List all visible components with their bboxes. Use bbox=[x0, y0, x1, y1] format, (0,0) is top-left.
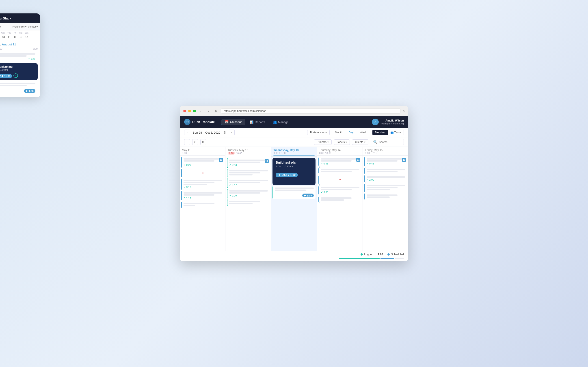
day-view-button[interactable]: Day bbox=[346, 130, 356, 135]
app-logo-text: Rush Translate bbox=[192, 120, 215, 124]
mobile-logo-text: HourStack bbox=[0, 17, 11, 20]
member-tab-button[interactable]: Member bbox=[372, 130, 388, 135]
add-entry-button[interactable]: + bbox=[184, 139, 190, 145]
mobile-day-fri[interactable]: Fri 15 bbox=[13, 32, 17, 39]
day-label-fri: Fri bbox=[14, 32, 16, 34]
timer-current: 0:57 bbox=[282, 174, 287, 176]
nav-tab-reports[interactable]: 📊 Reports bbox=[246, 119, 269, 125]
placeholder-bar bbox=[321, 158, 359, 159]
remaining-progress bbox=[395, 258, 404, 259]
placeholder-bar bbox=[183, 192, 222, 193]
stat-row: ▶ 1:00 bbox=[275, 192, 313, 197]
month-view-button[interactable]: Month bbox=[332, 130, 345, 135]
event-card[interactable]: 11 ✔ 0:43 bbox=[227, 158, 269, 168]
event-card[interactable] bbox=[364, 193, 407, 200]
event-card[interactable]: ✔ 3:17 bbox=[181, 178, 224, 190]
url-bar[interactable]: https://app.hourstack.com/calendar bbox=[221, 108, 400, 114]
grid-view-button[interactable]: ⊞ bbox=[200, 139, 206, 145]
browser-forward-btn[interactable]: › bbox=[206, 108, 211, 114]
next-week-button[interactable]: › bbox=[229, 130, 235, 135]
nav-tab-calendar[interactable]: 📅 Calendar bbox=[221, 119, 245, 125]
event-card[interactable] bbox=[319, 167, 361, 174]
event-card-highlight[interactable]: Build test plan 9:00 – 10:30am ⏸ 0:57 / … bbox=[272, 158, 315, 185]
mobile-date-header: Monday, August 11 bbox=[0, 41, 40, 47]
calendar-picker-icon[interactable]: 🗓 bbox=[223, 131, 226, 134]
placeholder-bar bbox=[367, 187, 398, 188]
labels-filter-button[interactable]: Labels ▾ bbox=[334, 139, 350, 145]
legend-time: 2:00 bbox=[378, 253, 383, 256]
preferences-button[interactable]: Preferences ▾ bbox=[307, 130, 330, 135]
col-tuesday-time-limit: 8:00 bbox=[237, 152, 242, 155]
mobile-event-card-3[interactable]: ▶ 1:00 bbox=[0, 81, 38, 95]
mobile-event-card-1[interactable]: ✔ 1:43 bbox=[0, 51, 38, 62]
mobile-check-badge[interactable]: ✓ bbox=[13, 73, 18, 78]
event-card[interactable]: 11 ✔ 0:45 bbox=[364, 157, 407, 167]
col-tuesday: Tuesday, May 12 8:16 / 8:00 11 ✔ 0:43 bbox=[225, 147, 271, 251]
placeholder-bar bbox=[321, 187, 359, 188]
event-card[interactable]: ✔ 3:17 bbox=[227, 178, 269, 188]
browser-close-icon[interactable]: × bbox=[403, 109, 405, 113]
mobile-card: ☰ HourStack 📅 Today Preferences ▾ Member… bbox=[0, 13, 40, 97]
event-card[interactable]: 11 ✔ 0:29 bbox=[181, 157, 224, 168]
mobile-preferences-button[interactable]: Preferences ▾ bbox=[13, 25, 26, 28]
timer-button[interactable]: ⏱ bbox=[192, 139, 198, 145]
placeholder-bar bbox=[367, 185, 405, 186]
placeholder-bar bbox=[229, 190, 268, 192]
col-monday-stats: 8:00 bbox=[182, 152, 223, 154]
nav-tab-manage[interactable]: 👥 Manage bbox=[269, 119, 292, 125]
stat-badge: ✔ 1:20 bbox=[229, 194, 237, 197]
progress-bars bbox=[339, 258, 404, 259]
event-card[interactable]: 11 ✔ 0:45 bbox=[319, 157, 361, 167]
timer-badge-small[interactable]: ▶ 1:00 bbox=[302, 193, 314, 197]
mobile-timer-badge-small[interactable]: ▶ 1:00 bbox=[24, 89, 35, 93]
event-card[interactable] bbox=[364, 184, 407, 192]
col-monday-body: 11 ✔ 0:29 ✦ ✔ 3:17 ✔ 4:43 bbox=[180, 156, 225, 250]
week-view-button[interactable]: Week bbox=[357, 130, 369, 135]
event-card[interactable] bbox=[319, 196, 361, 203]
event-card[interactable] bbox=[181, 201, 224, 208]
mobile-member-button[interactable]: Member ▾ bbox=[28, 25, 38, 28]
event-card[interactable]: ✔ 3:30 bbox=[319, 185, 361, 195]
browser-refresh-btn[interactable]: ↻ bbox=[213, 108, 219, 114]
event-card[interactable]: ✔ 4:43 bbox=[181, 191, 224, 200]
projects-label: Projects bbox=[317, 141, 327, 144]
event-card[interactable]: ▶ 1:00 bbox=[272, 186, 315, 199]
event-card[interactable]: ✔ 1:20 bbox=[227, 189, 269, 199]
search-input[interactable] bbox=[379, 141, 401, 144]
col-wednesday-stats: 0:00 / 6:30 bbox=[273, 152, 314, 154]
browser-min-btn[interactable] bbox=[188, 110, 191, 112]
browser-back-btn[interactable]: ‹ bbox=[198, 108, 203, 114]
event-card[interactable]: ✦ bbox=[181, 169, 224, 177]
mobile-date-month: Monday bbox=[0, 43, 0, 46]
browser-window: ‹ › ↻ https://app.hourstack.com/calendar… bbox=[180, 106, 408, 261]
search-box[interactable]: 🔍 bbox=[371, 139, 404, 145]
mobile-event-card-2[interactable]: Project planning 10:00 - 11:00am ⏸ 00:14… bbox=[0, 63, 38, 80]
day-label-wed: Wed bbox=[1, 32, 5, 34]
projects-filter-button[interactable]: Projects ▾ bbox=[314, 139, 332, 145]
mobile-day-sat[interactable]: Sat 16 bbox=[18, 32, 23, 39]
placeholder-bar bbox=[367, 194, 398, 196]
placeholder-bar bbox=[183, 182, 215, 183]
event-card[interactable] bbox=[227, 169, 269, 177]
view-tabs: Month Day Week bbox=[332, 130, 370, 135]
event-card[interactable] bbox=[364, 167, 407, 174]
scheduled-legend: Scheduled bbox=[388, 253, 404, 256]
mobile-day-wed[interactable]: Wed 13 bbox=[1, 32, 6, 39]
mobile-day-thu[interactable]: Thu 14 bbox=[7, 32, 12, 39]
event-card[interactable] bbox=[227, 199, 269, 206]
prev-week-button[interactable]: ‹ bbox=[184, 130, 190, 135]
browser-max-btn[interactable] bbox=[193, 110, 196, 112]
day-label-sat: Sat bbox=[19, 32, 22, 34]
browser-close-btn[interactable] bbox=[183, 110, 186, 112]
mobile-today-button[interactable]: Today bbox=[0, 25, 1, 28]
mobile-timer-total: 1:00 bbox=[5, 75, 10, 77]
placeholder-bar bbox=[229, 162, 260, 163]
event-card[interactable]: ✦ bbox=[319, 175, 361, 185]
timer-badge[interactable]: ⏸ 0:57 / 1:30 bbox=[276, 173, 298, 177]
clients-filter-button[interactable]: Clients ▾ bbox=[352, 139, 368, 145]
mobile-event-title: Project planning bbox=[0, 65, 35, 68]
mobile-timer-badge[interactable]: ⏸ 00:14 / 1:00 bbox=[0, 74, 12, 78]
team-tab-button[interactable]: 👥 Team bbox=[388, 130, 404, 135]
mobile-day-sun[interactable]: Sun 17 bbox=[24, 32, 29, 39]
event-card[interactable]: ✔ 2:00 bbox=[364, 175, 407, 183]
